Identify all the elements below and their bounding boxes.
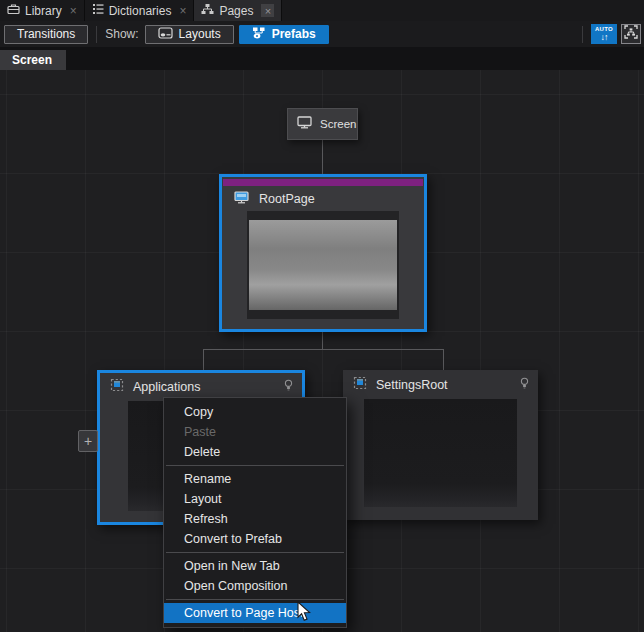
layouts-toggle-button[interactable]: Layouts xyxy=(145,25,234,44)
close-icon[interactable]: × xyxy=(70,5,77,17)
node-screen[interactable]: Screen xyxy=(287,108,358,140)
document-tab-bar: Screen xyxy=(0,47,644,70)
toolbox-icon xyxy=(7,3,20,18)
auto-layout-button[interactable]: AUTO ↓↑ xyxy=(591,24,617,44)
close-icon[interactable]: × xyxy=(179,5,186,17)
lightbulb-icon[interactable] xyxy=(284,378,293,396)
tab-label: Library xyxy=(25,4,62,18)
menu-item-paste: Paste xyxy=(164,422,346,442)
auto-arrows-icon: ↓↑ xyxy=(601,33,608,42)
fit-view-icon xyxy=(624,25,638,43)
panel-tab-bar: Library × Dictionaries × Pages × xyxy=(0,0,644,21)
tab-dictionaries[interactable]: Dictionaries × xyxy=(85,0,195,21)
mouse-cursor xyxy=(297,601,312,626)
node-rootpage[interactable]: RootPage xyxy=(219,174,427,332)
layouts-button-label: Layouts xyxy=(179,27,221,41)
menu-item-refresh[interactable]: Refresh xyxy=(164,509,346,529)
tab-library[interactable]: Library × xyxy=(0,0,85,21)
page-graph-canvas[interactable]: Screen RootPage Applications xyxy=(0,70,644,632)
close-icon[interactable]: × xyxy=(261,4,274,17)
tab-pages[interactable]: Pages × xyxy=(194,0,282,21)
toolbar-separator xyxy=(582,26,583,43)
connector-to-settingsroot xyxy=(443,349,444,371)
node-thumbnail xyxy=(364,399,517,507)
lightbulb-icon[interactable] xyxy=(520,376,529,394)
transitions-button-label: Transitions xyxy=(17,27,75,41)
prefabs-icon xyxy=(252,27,266,42)
node-label: Screen xyxy=(320,118,356,130)
menu-separator xyxy=(166,599,344,600)
prefabs-button-label: Prefabs xyxy=(272,27,316,41)
menu-item-delete[interactable]: Delete xyxy=(164,442,346,462)
menu-item-copy[interactable]: Copy xyxy=(164,402,346,422)
menu-item-convert-to-prefab[interactable]: Convert to Prefab xyxy=(164,529,346,549)
pages-editor-window: Library × Dictionaries × Pages × Transit… xyxy=(0,0,644,632)
connector-to-applications xyxy=(203,349,204,371)
prefab-instance-icon xyxy=(110,378,124,396)
tab-label: Pages xyxy=(219,4,253,18)
page-monitor-icon xyxy=(234,190,250,208)
menu-item-open-in-new-tab[interactable]: Open in New Tab xyxy=(164,556,346,576)
node-settingsroot[interactable]: SettingsRoot xyxy=(343,370,538,520)
menu-separator xyxy=(166,465,344,466)
list-icon xyxy=(92,3,104,18)
toolbar-separator xyxy=(96,26,97,43)
monitor-icon xyxy=(297,115,313,133)
menu-item-layout[interactable]: Layout xyxy=(164,489,346,509)
node-label: RootPage xyxy=(259,192,424,206)
menu-separator xyxy=(166,552,344,553)
tab-label: Dictionaries xyxy=(109,4,172,18)
fit-view-button[interactable] xyxy=(621,24,641,44)
node-accent-strip xyxy=(223,179,423,186)
prefab-instance-icon xyxy=(353,376,367,394)
node-label: SettingsRoot xyxy=(376,378,511,392)
menu-item-rename[interactable]: Rename xyxy=(164,469,346,489)
connector-screen-rootpage xyxy=(322,140,323,174)
document-tab-label: Screen xyxy=(12,53,52,67)
node-label: Applications xyxy=(133,380,275,394)
connector-rootpage-stem xyxy=(322,332,323,350)
node-thumbnail xyxy=(247,211,399,319)
transitions-button[interactable]: Transitions xyxy=(4,25,88,44)
connector-branch xyxy=(203,349,444,350)
menu-item-open-composition[interactable]: Open Composition xyxy=(164,576,346,596)
show-label: Show: xyxy=(105,27,138,41)
toolbar: Transitions Show: Layouts Prefabs AUTO ↓… xyxy=(0,21,644,47)
layouts-icon xyxy=(158,27,173,42)
context-menu: Copy Paste Delete Rename Layout Refresh … xyxy=(163,397,347,628)
prefabs-toggle-button[interactable]: Prefabs xyxy=(239,25,329,44)
menu-item-convert-to-page-host[interactable]: Convert to Page Host xyxy=(164,603,346,623)
hierarchy-icon xyxy=(201,3,214,18)
document-tab-screen[interactable]: Screen xyxy=(0,50,66,70)
add-page-button[interactable]: + xyxy=(78,430,98,452)
